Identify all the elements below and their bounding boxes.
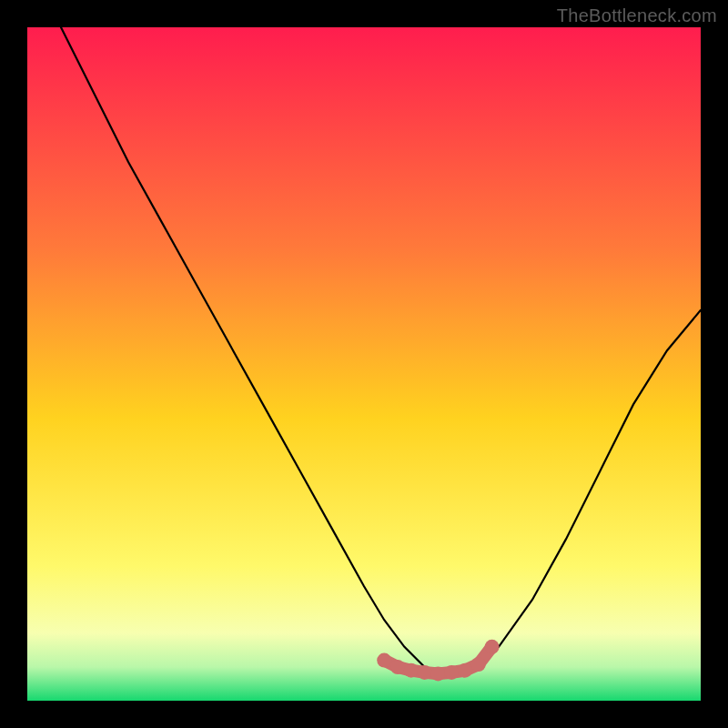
bottom-highlight-dot — [418, 665, 432, 680]
bottom-highlight-dot — [471, 657, 486, 672]
bottom-highlight-dot — [404, 663, 419, 678]
bottom-highlight-dot — [485, 640, 500, 654]
bottom-highlight-dot — [390, 660, 405, 674]
bottom-highlight-dot — [377, 653, 391, 668]
chart-frame: TheBottleneck.com — [0, 0, 728, 728]
plot-background — [27, 27, 701, 701]
watermark-text: TheBottleneck.com — [557, 5, 717, 26]
bottom-highlight-dot — [430, 666, 445, 681]
bottleneck-chart — [0, 0, 728, 728]
bottom-highlight-dot — [444, 665, 459, 680]
bottom-highlight-dot — [458, 663, 472, 678]
